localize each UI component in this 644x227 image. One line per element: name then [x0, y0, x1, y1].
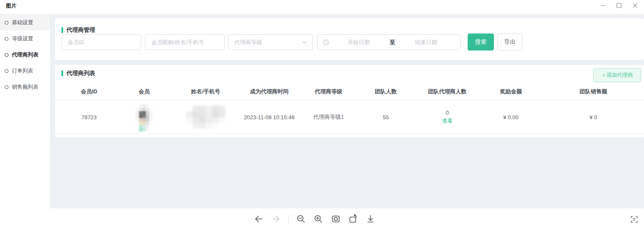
col-name-phone: 姓名/手机号 [174, 83, 237, 100]
sidebar-item-order-list[interactable]: 订单列表 [0, 63, 50, 79]
col-team-count: 团队人数 [356, 83, 415, 100]
radio-circle-icon [5, 37, 8, 41]
viewed-image: 基础设置 等级设置 代理商列表 订单列表 销售额列表 代理商管理 [0, 14, 644, 208]
viewer-titlebar: 图片 [0, 0, 644, 14]
sidebar-item-label: 订单列表 [12, 67, 33, 75]
table-row: 78723 2023-11-08 10:15:46 代理商等级1 55 0 查看… [55, 101, 644, 134]
cell-become-time: 2023-11-08 10:15:46 [237, 101, 301, 134]
list-section-title: 代理商列表 [61, 70, 95, 77]
download-button[interactable] [365, 213, 376, 224]
col-team-sales: 团队销售额 [543, 83, 644, 100]
sidebar-item-label: 等级设置 [12, 35, 33, 42]
forward-button[interactable] [271, 213, 281, 224]
maximize-button[interactable] [611, 0, 627, 11]
end-date-placeholder: 结束日期 [397, 39, 455, 46]
add-agent-button[interactable]: ＋添加代理商 [593, 68, 641, 82]
sidebar-item-label: 代理商列表 [12, 51, 39, 59]
col-reward-amount: 奖励金额 [479, 83, 543, 100]
radio-circle-icon [5, 53, 8, 57]
zoom-in-button[interactable] [313, 213, 323, 224]
zoom-out-button[interactable] [296, 213, 306, 224]
redacted-name [186, 106, 225, 129]
cell-team-agent-count: 0 查看 [415, 101, 479, 134]
window-title: 图片 [6, 3, 17, 10]
list-title-text: 代理商列表 [67, 70, 95, 77]
radio-circle-icon [5, 69, 8, 73]
sidebar-item-sales-list[interactable]: 销售额列表 [0, 79, 50, 95]
viewer-toolbar [254, 213, 376, 224]
start-date-placeholder: 开始日期 [329, 39, 388, 46]
cell-member-id: 78723 [64, 101, 114, 134]
minimize-icon [600, 3, 606, 8]
search-button[interactable]: 搜索 [468, 34, 494, 50]
window-controls [595, 0, 643, 11]
member-name-input[interactable] [145, 34, 225, 50]
member-id-input[interactable] [61, 34, 141, 50]
rotate-button[interactable] [348, 213, 358, 224]
ocr-scan-icon [630, 215, 638, 224]
sidebar-item-label: 基础设置 [12, 19, 33, 26]
select-placeholder: 代理商等级 [234, 39, 262, 46]
sidebar-item-agent-list[interactable]: 代理商列表 [0, 47, 50, 63]
sidebar-item-level-settings[interactable]: 等级设置 [0, 31, 50, 47]
cell-member-avatar [114, 101, 174, 134]
zoom-out-icon [296, 214, 306, 224]
close-icon [632, 3, 638, 8]
ocr-scan-button[interactable] [629, 214, 639, 224]
back-button[interactable] [254, 213, 264, 224]
col-become-time: 成为代理商时间 [237, 83, 301, 100]
cell-team-count: 55 [356, 101, 415, 134]
chevron-down-icon [301, 39, 307, 45]
agent-list-card: 代理商列表 ＋添加代理商 会员ID 会员 姓名/手机号 成为代理商时间 代理商等… [55, 65, 644, 137]
view-link[interactable]: 查看 [442, 118, 453, 125]
back-icon [254, 214, 263, 224]
agent-filter-card: 代理商管理 代理商等级 开始日期 至 结束日期 搜索 导出 [55, 18, 644, 60]
date-separator: 至 [388, 39, 397, 46]
team-agent-count-value: 0 [446, 109, 449, 116]
sidebar-item-basic-settings[interactable]: 基础设置 [0, 14, 50, 31]
table-header: 会员ID 会员 姓名/手机号 成为代理商时间 代理商等级 团队人数 团队代理商人… [55, 83, 644, 101]
close-button[interactable] [627, 0, 643, 11]
cell-team-sales: ¥ 0 [543, 101, 644, 134]
main-content: 代理商管理 代理商等级 开始日期 至 结束日期 搜索 导出 [51, 14, 644, 208]
section-bar-icon [61, 27, 63, 33]
cell-agent-level: 代理商等级1 [301, 101, 356, 134]
cell-reward-amount: ¥ 0.00 [479, 101, 543, 134]
col-agent-level: 代理商等级 [301, 83, 356, 100]
col-member: 会员 [114, 83, 174, 100]
sidebar-item-label: 销售额列表 [12, 84, 39, 91]
radio-circle-icon [5, 85, 8, 89]
actual-size-icon [331, 214, 340, 224]
toolbar-divider [288, 215, 289, 223]
filter-row: 代理商等级 开始日期 至 结束日期 搜索 导出 [61, 34, 522, 50]
radio-circle-icon [5, 21, 8, 25]
date-range-picker[interactable]: 开始日期 至 结束日期 [317, 34, 461, 50]
export-button[interactable]: 导出 [497, 34, 522, 50]
section-bar-icon [61, 70, 63, 76]
col-member-id: 会员ID [64, 83, 114, 100]
forward-icon [271, 214, 281, 224]
filter-title-text: 代理商管理 [67, 26, 95, 34]
col-team-agent-count: 团队代理商人数 [415, 83, 479, 100]
filter-section-title: 代理商管理 [61, 26, 95, 34]
avatar [136, 104, 153, 132]
maximize-icon [616, 3, 622, 8]
sidebar: 基础设置 等级设置 代理商列表 订单列表 销售额列表 [0, 14, 51, 208]
clock-icon [323, 39, 329, 46]
agent-level-select[interactable]: 代理商等级 [228, 34, 313, 50]
rotate-icon [348, 214, 358, 224]
download-icon [366, 214, 375, 224]
zoom-in-icon [314, 214, 323, 224]
cell-name-phone [174, 101, 237, 134]
minimize-button[interactable] [595, 0, 611, 11]
actual-size-button[interactable] [331, 213, 341, 224]
